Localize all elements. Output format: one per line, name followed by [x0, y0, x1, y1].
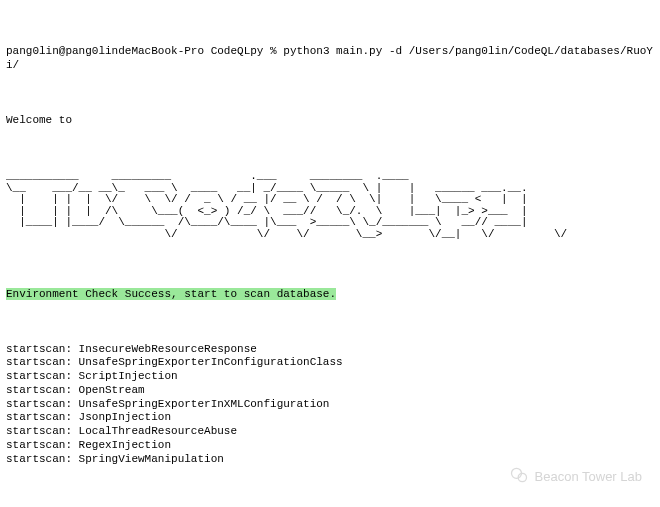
prompt-symbol: %	[270, 45, 277, 57]
env-check-line: Environment Check Success, start to scan…	[6, 288, 654, 302]
prompt-line: pang0lin@pang0lindeMacBook-Pro CodeQLpy …	[6, 45, 654, 73]
scan-line: startscan: JsonpInjection	[6, 411, 654, 425]
scan-line: startscan: UnsafeSpringExporterInXMLConf…	[6, 398, 654, 412]
ascii-art-banner: ___________ _________ .___ ________ .___…	[6, 171, 654, 240]
scan-line: startscan: ScriptInjection	[6, 370, 654, 384]
prompt-cwd: CodeQLpy	[211, 45, 264, 57]
scan-line: startscan: RegexInjection	[6, 439, 654, 453]
scan-line: startscan: UnsafeSpringExporterInConfigu…	[6, 356, 654, 370]
prompt-user-host: pang0lin@pang0lindeMacBook-Pro	[6, 45, 204, 57]
scan-line: startscan: LocalThreadResourceAbuse	[6, 425, 654, 439]
welcome-line: Welcome to	[6, 114, 654, 128]
scan-line: startscan: InsecureWebResourceResponse	[6, 343, 654, 357]
scan-line: startscan: SpringViewManipulation	[6, 453, 654, 467]
env-check-text: Environment Check Success, start to scan…	[6, 288, 336, 300]
scan-line: startscan: OpenStream	[6, 384, 654, 398]
terminal-output[interactable]: pang0lin@pang0lindeMacBook-Pro CodeQLpy …	[0, 0, 660, 507]
scan-block-1: startscan: InsecureWebResourceResponsest…	[6, 343, 654, 467]
